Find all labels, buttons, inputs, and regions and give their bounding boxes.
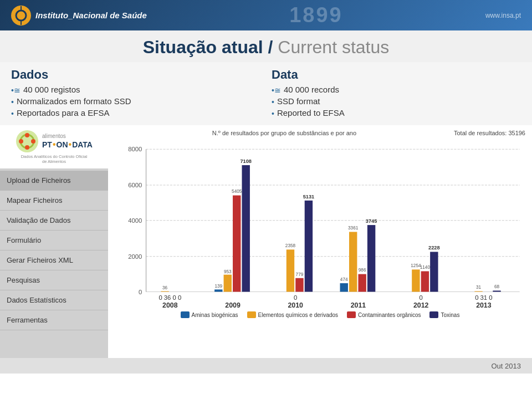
sidebar-item-mapear[interactable]: Mapear Ficheiros <box>0 191 108 211</box>
svg-text:8000: 8000 <box>128 146 142 152</box>
sidebar-logo: alimentos PT • ON • DATA Dados Analítico… <box>0 125 108 168</box>
chart-area: N.º de resultados por grupo de substânci… <box>108 125 532 358</box>
svg-text:2008: 2008 <box>162 301 178 309</box>
header-year: 1899 <box>289 3 343 27</box>
bar-2009-contaminantes <box>233 196 241 292</box>
bullet-icon-r1: •≅ <box>272 86 281 95</box>
svg-text:1140: 1140 <box>420 265 431 270</box>
bar-2008-elementos <box>161 291 168 291</box>
header-logo: Instituto_Nacional de Saúde <box>11 6 147 25</box>
bar-2010-elementos <box>287 249 294 291</box>
chart-container: 0 2000 4000 6000 8000 36 <box>115 137 525 309</box>
bar-2012-toxinas <box>430 252 438 291</box>
svg-point-8 <box>19 139 23 144</box>
svg-text:0: 0 <box>420 294 423 301</box>
legend-contaminantes: Contaminantes orgânicos <box>347 311 421 318</box>
bar-chart: 0 2000 4000 6000 8000 36 <box>115 137 525 309</box>
svg-text:953: 953 <box>224 269 232 274</box>
bar-2011-toxinas <box>367 225 375 291</box>
pt-label: PT <box>42 140 52 149</box>
sidebar-item-validacao[interactable]: Validação de Dados <box>0 211 108 231</box>
svg-text:2010: 2010 <box>288 301 304 309</box>
svg-text:7108: 7108 <box>240 158 252 164</box>
svg-text:2000: 2000 <box>128 253 142 260</box>
bar-2009-toxinas <box>242 165 250 291</box>
bar-2010-contaminantes <box>295 278 303 292</box>
svg-text:3745: 3745 <box>366 218 377 224</box>
bar-2009-elementos <box>224 275 232 292</box>
legend-color-toxinas <box>429 311 438 318</box>
header: Instituto_Nacional de Saúde 1899 www.ins… <box>0 0 532 30</box>
legend-color-contaminantes <box>347 311 356 318</box>
chart-title: N.º de resultados por grupo de substânci… <box>115 130 454 136</box>
left-bullet-3: • Reportados para a EFSA <box>11 108 260 118</box>
chart-total: Total de resultados: 35196 <box>454 130 525 136</box>
svg-text:0  36  0  0: 0 36 0 0 <box>158 294 181 301</box>
pt-on-data-logo-icon <box>16 130 39 153</box>
bar-2013-elementos <box>474 291 482 291</box>
legend-label-elementos: Elementos químicos e derivados <box>258 312 339 318</box>
sidebar-item-pesquisas[interactable]: Pesquisas <box>0 270 108 290</box>
left-bullet-2: • Normalizados em formato SSD <box>11 96 260 106</box>
logo-subtitle: Dados Analíticos do Controlo Oficial de … <box>18 154 90 164</box>
right-bullet-3: • Reported to EFSA <box>272 108 521 118</box>
svg-text:36: 36 <box>162 285 168 290</box>
insa-logo-icon <box>11 6 31 25</box>
sidebar-item-formulario[interactable]: Formulário <box>0 231 108 250</box>
svg-text:6000: 6000 <box>128 182 142 188</box>
svg-text:2009: 2009 <box>225 301 241 309</box>
chart-legend: Aminas biogénicas Elementos químicos e d… <box>115 311 525 318</box>
svg-text:5405: 5405 <box>232 189 242 194</box>
legend-color-elementos <box>247 311 256 318</box>
sidebar-item-ferramentas[interactable]: Ferramentas <box>0 310 108 330</box>
left-col-title: Dados <box>11 68 260 82</box>
svg-text:0  31  0: 0 31 0 <box>475 294 492 301</box>
bar-2013-toxinas <box>493 290 500 291</box>
svg-text:5131: 5131 <box>303 194 315 200</box>
bar-2011-elementos <box>349 232 357 291</box>
bar-2010-toxinas <box>305 201 313 292</box>
legend-label-toxinas: Toxinas <box>441 312 459 318</box>
svg-text:2228: 2228 <box>428 245 440 250</box>
bar-2011-aminas <box>340 283 348 291</box>
bullet-icon-r3: • <box>272 109 274 118</box>
svg-text:3361: 3361 <box>348 226 359 231</box>
legend-aminas: Aminas biogénicas <box>181 311 238 318</box>
page-title: Situação atual / Current status <box>11 37 521 58</box>
right-bullet-1: •≅ 40 000 records <box>272 85 521 95</box>
bullet-icon-2: • <box>11 98 14 106</box>
svg-text:2358: 2358 <box>285 243 296 248</box>
svg-text:2012: 2012 <box>413 301 429 309</box>
sidebar-item-gerar[interactable]: Gerar Ficheiros XML <box>0 250 108 270</box>
bar-2009-aminas <box>214 289 222 291</box>
bar-2012-contaminantes <box>421 271 429 291</box>
left-column: Dados •≅ 40 000 registos • Normalizados … <box>11 68 260 120</box>
svg-text:139: 139 <box>214 284 222 289</box>
svg-text:31: 31 <box>476 285 482 290</box>
on-dot2: • <box>69 140 72 150</box>
svg-text:2013: 2013 <box>476 301 492 309</box>
svg-text:2011: 2011 <box>351 301 366 309</box>
on-dot: • <box>53 140 56 150</box>
footer-date: Out 2013 <box>492 362 521 370</box>
bar-2011-contaminantes <box>358 274 366 292</box>
footer: Out 2013 <box>0 358 532 374</box>
alimentos-label: alimentos <box>42 133 93 139</box>
sidebar-item-upload[interactable]: Upload de Ficheiros <box>0 171 108 191</box>
legend-toxinas: Toxinas <box>429 311 459 318</box>
data-label: DATA <box>72 140 93 149</box>
sidebar: alimentos PT • ON • DATA Dados Analítico… <box>0 125 108 358</box>
bullet-icon-3: • <box>11 109 14 118</box>
legend-elementos: Elementos químicos e derivados <box>247 311 339 318</box>
legend-color-aminas <box>181 311 190 318</box>
header-url: www.insa.pt <box>485 12 521 19</box>
svg-text:0: 0 <box>139 289 142 295</box>
bullet-icon-r2: • <box>272 98 274 106</box>
sidebar-item-dados-estatisticos[interactable]: Dados Estatísticos <box>0 290 108 310</box>
svg-point-6 <box>25 133 29 137</box>
svg-text:986: 986 <box>359 268 366 273</box>
svg-text:4000: 4000 <box>128 217 142 224</box>
svg-text:474: 474 <box>340 277 348 282</box>
bar-2012-elementos <box>412 269 420 291</box>
content-area: Dados •≅ 40 000 registos • Normalizados … <box>0 62 532 125</box>
